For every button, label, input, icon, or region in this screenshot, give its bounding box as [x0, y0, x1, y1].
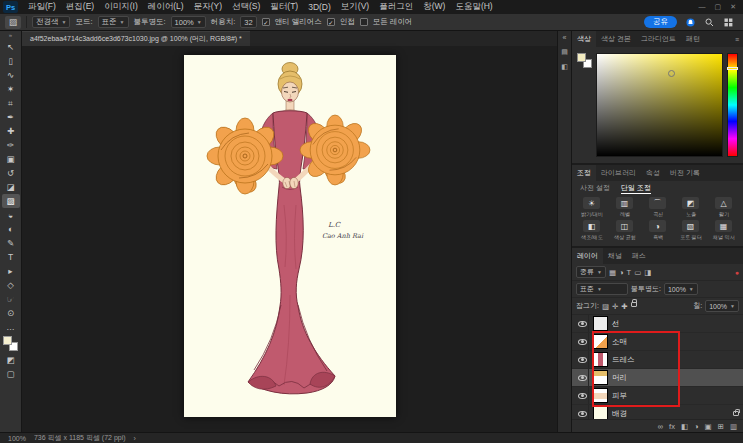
active-tool-icon[interactable]: ▨	[5, 16, 21, 29]
menu-layer[interactable]: 레이어(L)	[143, 1, 189, 13]
tab-gradients[interactable]: 그라디언트	[636, 31, 681, 47]
adj-hue-saturation[interactable]: ◧색조/채도	[575, 220, 608, 242]
tool-shape[interactable]: ◇	[2, 278, 20, 292]
tab-swatches[interactable]: 색상 견본	[596, 31, 636, 47]
layer-thumbnail[interactable]	[593, 370, 608, 385]
adj-black-white[interactable]: ◑흑백	[641, 220, 674, 242]
adj-exposure[interactable]: ◩노출	[674, 197, 707, 219]
menu-filter[interactable]: 필터(T)	[265, 1, 303, 13]
adj-color-balance[interactable]: ◫색상 균형	[608, 220, 641, 242]
filter-toggle-icon[interactable]: ●	[735, 269, 739, 276]
layer-row-hair[interactable]: 머리	[572, 369, 743, 387]
tab-adjustments[interactable]: 조정	[572, 165, 596, 181]
mode-dropdown[interactable]: 표준▼	[98, 16, 129, 28]
tool-path-select[interactable]: ▸	[2, 264, 20, 278]
share-button[interactable]: 공유	[644, 16, 677, 28]
lock-transparency-icon[interactable]: ▨	[602, 302, 609, 311]
layer-thumbnail[interactable]	[593, 316, 608, 331]
menu-3d[interactable]: 3D(D)	[303, 2, 336, 12]
collapsed-panel-icon-1[interactable]: ▤	[561, 48, 568, 56]
filter-smart-object-icon[interactable]: ◨	[644, 268, 651, 277]
maximize-button[interactable]: ▢	[715, 3, 722, 11]
new-layer-icon[interactable]: ⊞	[718, 422, 724, 431]
tool-zoom[interactable]: ⊙	[2, 306, 20, 320]
lock-all-icon[interactable]	[631, 302, 637, 307]
menu-edit[interactable]: 편집(E)	[61, 1, 99, 13]
foreground-color-swatch[interactable]	[577, 53, 586, 62]
tool-history-brush[interactable]: ↺	[2, 166, 20, 180]
adj-curves[interactable]: ⌒곡선	[641, 197, 674, 219]
blend-mode-dropdown[interactable]: 표준▼	[576, 283, 628, 295]
menu-plugins[interactable]: 플러그인	[374, 1, 418, 13]
tool-marquee[interactable]: ▯	[2, 54, 20, 68]
adj-channel-mixer[interactable]: ▦채널 믹서	[707, 220, 740, 242]
tool-crop[interactable]: ⌗	[2, 96, 20, 110]
tool-hand[interactable]: ☞	[2, 292, 20, 306]
visibility-toggle[interactable]	[576, 333, 589, 350]
delete-layer-icon[interactable]: ▥	[730, 422, 737, 431]
tab-patterns[interactable]: 패턴	[681, 31, 705, 47]
tool-lasso[interactable]: ∿	[2, 68, 20, 82]
fill-dropdown[interactable]: 100%▼	[705, 300, 739, 312]
search-icon[interactable]	[703, 16, 715, 28]
filter-adjustment-icon[interactable]: ◑	[619, 268, 624, 277]
minimize-button[interactable]: —	[699, 3, 706, 11]
new-group-icon[interactable]: ▣	[705, 422, 712, 431]
fill-source-dropdown[interactable]: 전경색▼	[32, 16, 70, 28]
all-layers-checkbox[interactable]	[360, 18, 368, 26]
tab-channels[interactable]: 채널	[603, 248, 627, 264]
tool-blur[interactable]: ◒	[2, 208, 20, 222]
filter-shape-icon[interactable]: ▭	[634, 268, 641, 277]
tab-color[interactable]: 색상	[572, 31, 596, 47]
visibility-toggle[interactable]	[576, 405, 589, 419]
zoom-level[interactable]: 100%	[8, 435, 26, 442]
layer-row-dress[interactable]: 드레스	[572, 351, 743, 369]
adj-brightness-contrast[interactable]: ☀밝기/대비	[575, 197, 608, 219]
menu-image[interactable]: 이미지(I)	[99, 1, 143, 13]
document-tab[interactable]: a4f52ebaa4714c3add6ce3d673c1030.jpg @ 10…	[22, 31, 250, 46]
adj-vibrance[interactable]: △활기	[707, 197, 740, 219]
screen-mode-button[interactable]: ▢	[2, 367, 20, 381]
tool-brush[interactable]: ✑	[2, 138, 20, 152]
menu-file[interactable]: 파일(F)	[23, 1, 61, 13]
layer-row-line[interactable]: 선	[572, 315, 743, 333]
menu-help[interactable]: 도움말(H)	[450, 1, 497, 13]
tab-libraries[interactable]: 라이브러리	[596, 165, 641, 181]
adj-photo-filter[interactable]: ▧포토 필터	[674, 220, 707, 242]
menu-type[interactable]: 문자(Y)	[189, 1, 227, 13]
layer-thumbnail[interactable]	[593, 388, 608, 403]
foreground-color-swatch[interactable]	[3, 336, 12, 345]
toolbar-collapse-icon[interactable]: »	[9, 32, 12, 40]
tab-version-history[interactable]: 버전 기록	[665, 165, 705, 181]
layer-thumbnail[interactable]	[593, 334, 608, 349]
link-layers-icon[interactable]: ∞	[658, 422, 663, 431]
notifications-icon[interactable]	[684, 16, 696, 28]
visibility-toggle[interactable]	[576, 351, 589, 368]
lock-position-icon[interactable]: ✛	[612, 302, 618, 311]
status-chevron-icon[interactable]: ›	[134, 435, 136, 442]
layer-row-background[interactable]: 배경	[572, 405, 743, 419]
layer-row-sleeves[interactable]: 소매	[572, 333, 743, 351]
tab-layers[interactable]: 레이어	[572, 248, 603, 264]
layer-effects-icon[interactable]: fx	[669, 422, 675, 431]
collapsed-panel-icon-2[interactable]: ◧	[561, 63, 568, 71]
filter-type-icon[interactable]: T	[627, 268, 632, 277]
subtab-presets[interactable]: 사전 설정	[580, 183, 610, 193]
panel-menu-icon[interactable]: ≡	[731, 31, 743, 47]
opacity-dropdown[interactable]: 100%▼	[171, 16, 206, 28]
tool-pen[interactable]: ✎	[2, 236, 20, 250]
layer-mask-icon[interactable]: ◧	[681, 422, 688, 431]
saturation-brightness-field[interactable]	[596, 53, 723, 157]
menu-select[interactable]: 선택(S)	[227, 1, 265, 13]
visibility-toggle[interactable]	[576, 369, 589, 386]
visibility-toggle[interactable]	[576, 315, 589, 332]
menu-view[interactable]: 보기(V)	[336, 1, 374, 13]
filter-pixel-icon[interactable]: ▦	[609, 268, 616, 277]
edit-toolbar-button[interactable]: …	[2, 320, 20, 334]
antialias-checkbox[interactable]: ✓	[262, 18, 270, 26]
adj-levels[interactable]: ▥레벨	[608, 197, 641, 219]
collapse-panels-icon[interactable]: «	[563, 34, 567, 41]
tool-eraser[interactable]: ◪	[2, 180, 20, 194]
canvas-area[interactable]: L.C Cao Anh Rai	[22, 46, 557, 432]
layer-opacity-dropdown[interactable]: 100%▼	[664, 283, 698, 295]
